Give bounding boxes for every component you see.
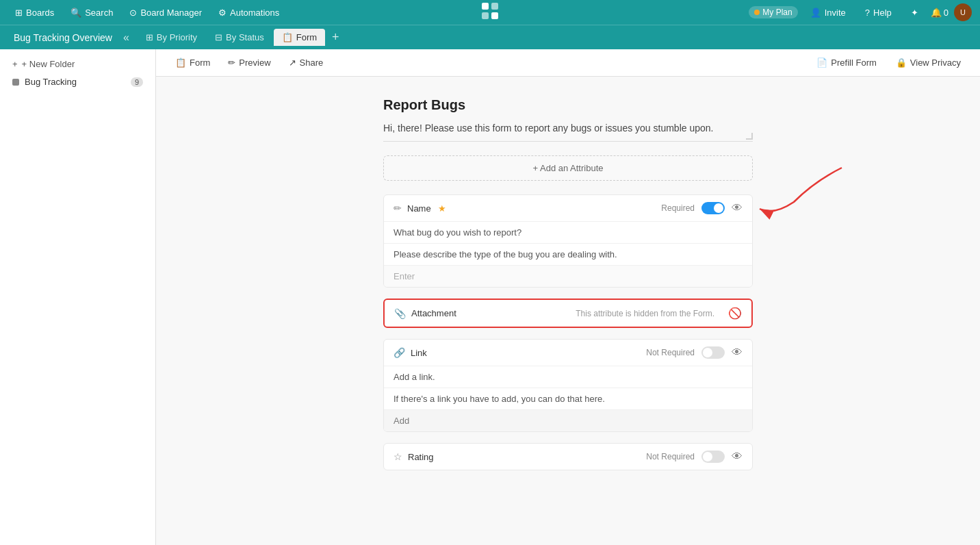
add-attribute-label: + Add an Attribute [533, 163, 604, 173]
boards-grid-icon: ⊞ [15, 8, 23, 18]
preview-label: Preview [239, 58, 270, 68]
form-title[interactable]: Report Bugs [383, 97, 753, 113]
name-label-text: Name [407, 203, 431, 214]
required-toggle[interactable] [701, 202, 725, 214]
star-icon: ☆ [394, 451, 402, 462]
new-folder-label: + New Folder [22, 59, 75, 69]
plan-dot [754, 10, 760, 15]
plus-icon: + [12, 59, 18, 69]
invite-button[interactable]: 👤 Invite [803, 5, 853, 21]
link-attr-label: 🔗 Link [394, 347, 427, 358]
bug-tracking-label: Bug Tracking [25, 77, 77, 87]
visibility-eye-icon[interactable]: 👁 [732, 202, 743, 214]
tab-by-status[interactable]: ⊟ By Status [207, 29, 272, 46]
board-manager-icon: ⊙ [129, 8, 137, 18]
help-label: Help [873, 8, 892, 18]
share-label: Share [300, 58, 324, 68]
my-plan-button[interactable]: My Plan [749, 6, 797, 18]
add-tab-button[interactable]: + [326, 27, 345, 47]
attachment-attr-label: 📎 Attachment [394, 308, 456, 319]
new-folder-button[interactable]: + + New Folder [5, 55, 150, 73]
preview-icon: ✏ [228, 58, 235, 68]
theme-button[interactable]: ✦ [904, 5, 925, 21]
link-field-2-text: If there's a link you have to add, you c… [394, 394, 743, 404]
link-field-2[interactable]: If there's a link you have to add, you c… [384, 388, 752, 409]
link-visibility-eye-icon[interactable]: 👁 [732, 346, 743, 359]
toggle-knob [714, 203, 723, 213]
boards-label: Boards [26, 8, 54, 18]
link-required-toggle[interactable] [701, 346, 725, 359]
help-button[interactable]: ? Help [858, 5, 899, 21]
board-manager-nav-item[interactable]: ⊙ Board Manager [122, 5, 209, 21]
required-label: Required [661, 203, 695, 213]
invite-icon: 👤 [810, 8, 821, 18]
link-icon: 🔗 [394, 347, 405, 358]
name-attr-header: ✏ Name ★ Required 👁 [384, 195, 752, 221]
form-description[interactable]: Hi, there! Please use this form to repor… [383, 121, 753, 142]
view-privacy-button[interactable]: 🔒 View Privacy [888, 54, 969, 71]
view-privacy-label: View Privacy [910, 58, 961, 68]
name-field-2-text: Please describe the type of the bug you … [394, 249, 743, 259]
rating-required-toggle[interactable] [701, 451, 725, 463]
rating-attribute-section: ☆ Rating Not Required 👁 [383, 443, 753, 470]
status-icon: ⊟ [215, 32, 222, 42]
top-nav: ⊞ Boards 🔍 Search ⊙ Board Manager ⚙ Auto… [0, 0, 980, 25]
sub-nav: Bug Tracking Overview « ⊞ By Priority ⊟ … [0, 25, 980, 49]
prefill-form-button[interactable]: 📄 Prefill Form [808, 54, 884, 71]
form-inner: Report Bugs Hi, there! Please use this f… [383, 97, 753, 481]
rating-toggle-knob [703, 452, 712, 461]
invite-label: Invite [825, 8, 846, 18]
link-attr-header: 🔗 Link Not Required 👁 [384, 340, 752, 366]
attachment-label-text: Attachment [411, 308, 456, 318]
tab-priority-label: By Priority [157, 32, 197, 42]
attachment-icon: 📎 [394, 308, 406, 319]
collapse-sidebar-button[interactable]: « [118, 29, 135, 47]
svg-rect-3 [491, 12, 498, 19]
name-attr-controls: Required 👁 [661, 202, 743, 214]
svg-rect-1 [491, 3, 498, 10]
user-avatar[interactable]: U [954, 3, 972, 21]
bug-tracking-count-badge: 9 [131, 77, 143, 87]
resize-handle[interactable] [746, 133, 753, 140]
sidebar: + + New Folder Bug Tracking 9 [0, 49, 156, 545]
sub-nav-tabs: ⊞ By Priority ⊟ By Status 📋 Form + [138, 27, 345, 47]
form-content: Report Bugs Hi, there! Please use this f… [156, 77, 980, 545]
share-button[interactable]: ↗ Share [281, 54, 332, 71]
preview-button[interactable]: ✏ Preview [220, 54, 279, 71]
name-attr-label: ✏ Name ★ [394, 203, 446, 214]
tab-form[interactable]: 📋 Form [274, 29, 325, 46]
name-field-1-text: What bug do you wish to report? [394, 227, 743, 238]
name-enter-field[interactable]: Enter [384, 265, 752, 287]
name-field-1[interactable]: What bug do you wish to report? [384, 221, 752, 243]
breadcrumb[interactable]: Bug Tracking Overview [8, 32, 118, 43]
link-field-1-text: Add a link. [394, 372, 743, 382]
hidden-message: This attribute is hidden from the Form. [576, 309, 714, 318]
form-tab-button[interactable]: 📋 Form [167, 54, 218, 71]
search-nav-item[interactable]: 🔍 Search [64, 5, 120, 21]
attachment-attr-controls: This attribute is hidden from the Form. … [576, 307, 742, 320]
sidebar-item-bug-tracking[interactable]: Bug Tracking 9 [5, 73, 150, 90]
name-field-2[interactable]: Please describe the type of the bug you … [384, 243, 752, 265]
automations-nav-item[interactable]: ⚙ Automations [211, 5, 286, 21]
attachment-attribute-section: 📎 Attachment This attribute is hidden fr… [383, 299, 753, 328]
content-area: 📋 Form ✏ Preview ↗ Share 📄 Prefill Form [156, 49, 980, 545]
link-field-1[interactable]: Add a link. [384, 366, 752, 388]
eye-off-icon[interactable]: 🚫 [728, 307, 742, 320]
link-label-text: Link [411, 348, 427, 358]
add-attribute-button[interactable]: + Add an Attribute [383, 155, 753, 181]
notifications-button[interactable]: 🔔 0 [931, 8, 949, 18]
link-add-text: Add [394, 416, 743, 426]
name-enter-text: Enter [394, 271, 743, 281]
tab-by-priority[interactable]: ⊞ By Priority [138, 29, 205, 46]
my-plan-label: My Plan [762, 8, 792, 17]
rating-not-required-label: Not Required [646, 452, 695, 461]
privacy-icon: 🔒 [896, 58, 907, 68]
search-icon: 🔍 [70, 8, 81, 18]
link-add-button[interactable]: Add [384, 409, 752, 431]
boards-nav-item[interactable]: ⊞ Boards [8, 5, 61, 21]
svg-rect-0 [482, 3, 489, 10]
rating-visibility-eye-icon[interactable]: 👁 [732, 451, 743, 463]
link-attr-controls: Not Required 👁 [646, 346, 743, 359]
tab-status-label: By Status [226, 32, 264, 42]
link-toggle-knob [703, 348, 712, 357]
